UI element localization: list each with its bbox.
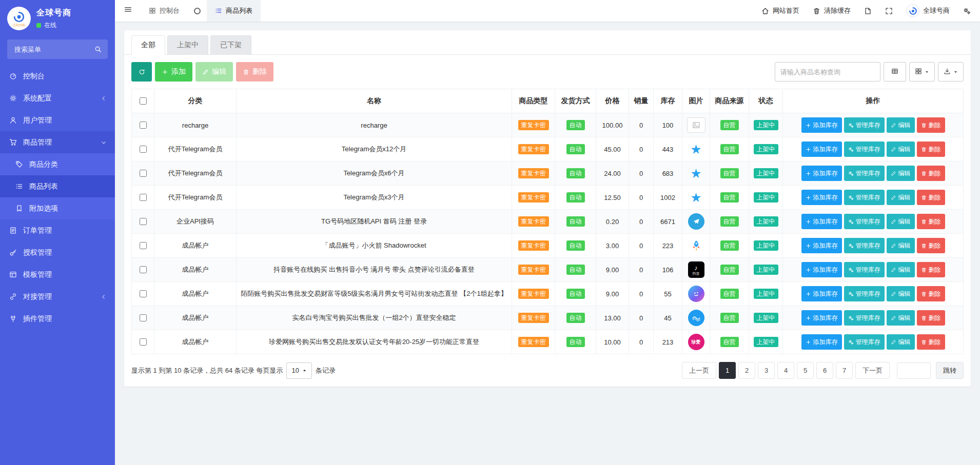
- page-button-3[interactable]: 3: [758, 362, 775, 379]
- sidebar-item-goods-list[interactable]: 商品列表: [0, 175, 115, 197]
- page-button-4[interactable]: 4: [777, 362, 794, 379]
- delete-row-button[interactable]: 删除: [917, 262, 945, 277]
- page-button-7[interactable]: 7: [836, 362, 853, 379]
- user-menu[interactable]: 全球号商: [899, 0, 956, 22]
- jump-button[interactable]: 跳转: [936, 362, 964, 379]
- manage-stock-button[interactable]: 管理库存: [844, 262, 885, 277]
- page-button-5[interactable]: 5: [797, 362, 814, 379]
- row-checkbox[interactable]: [140, 146, 147, 153]
- sidebar-item-auth-management[interactable]: 授权管理: [0, 241, 115, 264]
- delete-row-button[interactable]: 删除: [917, 166, 945, 181]
- tab-off-sale[interactable]: 已下架: [210, 35, 251, 54]
- view-toggle-button[interactable]: [909, 62, 935, 82]
- column-sales[interactable]: 销量: [629, 89, 654, 113]
- delete-row-button[interactable]: 删除: [917, 310, 945, 326]
- add-stock-button[interactable]: 添加库存: [801, 117, 842, 133]
- edit-row-button[interactable]: 编辑: [887, 166, 915, 181]
- menu-search[interactable]: [7, 39, 108, 59]
- row-checkbox[interactable]: [140, 122, 147, 129]
- edit-row-button[interactable]: 编辑: [887, 190, 915, 205]
- edit-row-button[interactable]: 编辑: [887, 117, 915, 133]
- row-checkbox[interactable]: [140, 194, 147, 201]
- delete-row-button[interactable]: 删除: [917, 141, 945, 157]
- column-name[interactable]: 名称: [237, 89, 512, 113]
- export-button[interactable]: [938, 62, 964, 82]
- column-image[interactable]: 图片: [682, 89, 710, 113]
- delete-row-button[interactable]: 删除: [917, 286, 945, 301]
- sidebar-item-dashboard[interactable]: 控制台: [0, 65, 115, 87]
- add-button[interactable]: 添加: [155, 62, 192, 82]
- page-size-select[interactable]: 10: [286, 362, 311, 379]
- manage-stock-button[interactable]: 管理库存: [844, 238, 885, 253]
- delete-row-button[interactable]: 删除: [917, 190, 945, 205]
- page-button-6[interactable]: 6: [816, 362, 833, 379]
- clear-cache-button[interactable]: 清除缓存: [806, 0, 857, 22]
- add-stock-button[interactable]: 添加库存: [801, 141, 842, 157]
- sidebar-item-plugin-management[interactable]: 插件管理: [0, 308, 115, 330]
- manage-stock-button[interactable]: 管理库存: [844, 310, 885, 326]
- site-home-link[interactable]: 网站首页: [755, 0, 806, 22]
- next-page-button[interactable]: 下一页: [855, 362, 890, 379]
- manage-stock-button[interactable]: 管理库存: [844, 286, 885, 301]
- manage-stock-button[interactable]: 管理库存: [844, 166, 885, 181]
- sidebar-item-template-management[interactable]: 模板管理: [0, 264, 115, 286]
- add-stock-button[interactable]: 添加库存: [801, 214, 842, 229]
- row-checkbox[interactable]: [140, 218, 147, 225]
- edit-row-button[interactable]: 编辑: [887, 334, 915, 350]
- add-stock-button[interactable]: 添加库存: [801, 334, 842, 350]
- manage-stock-button[interactable]: 管理库存: [844, 214, 885, 229]
- delete-row-button[interactable]: 删除: [917, 214, 945, 229]
- delete-row-button[interactable]: 删除: [917, 238, 945, 253]
- fullscreen-button[interactable]: [878, 0, 899, 22]
- page-button-2[interactable]: 2: [738, 362, 755, 379]
- add-stock-button[interactable]: 添加库存: [801, 310, 842, 326]
- edit-row-button[interactable]: 编辑: [887, 141, 915, 157]
- column-stock[interactable]: 库存: [654, 89, 682, 113]
- sidebar-item-order-management[interactable]: 订单管理: [0, 219, 115, 241]
- settings-button[interactable]: [956, 0, 980, 22]
- edit-row-button[interactable]: 编辑: [887, 214, 915, 229]
- sidebar-item-extra-options[interactable]: 附加选项: [0, 197, 115, 219]
- tab-dashboard[interactable]: 控制台: [141, 0, 188, 22]
- edit-row-button[interactable]: 编辑: [887, 262, 915, 277]
- column-price[interactable]: 价格: [596, 89, 629, 113]
- column-source[interactable]: 商品来源: [710, 89, 749, 113]
- manage-stock-button[interactable]: 管理库存: [844, 334, 885, 350]
- row-checkbox[interactable]: [140, 314, 147, 321]
- product-search-input[interactable]: [775, 62, 880, 82]
- select-all-checkbox[interactable]: [140, 97, 147, 105]
- refresh-button[interactable]: [131, 62, 152, 82]
- add-stock-button[interactable]: 添加库存: [801, 238, 842, 253]
- edit-button[interactable]: 编辑: [195, 62, 233, 82]
- sidebar-item-goods-management[interactable]: 商品管理: [0, 131, 115, 153]
- add-stock-button[interactable]: 添加库存: [801, 262, 842, 277]
- row-checkbox[interactable]: [140, 242, 147, 249]
- menu-search-input[interactable]: [13, 45, 94, 54]
- sidebar-toggle-button[interactable]: [115, 0, 141, 22]
- tab-product-list[interactable]: 商品列表: [207, 0, 261, 22]
- tab-all[interactable]: 全部: [131, 35, 165, 54]
- column-status[interactable]: 状态: [749, 89, 783, 113]
- column-operations[interactable]: 操作: [783, 89, 964, 113]
- sidebar-item-integration-management[interactable]: 对接管理: [0, 286, 115, 308]
- delete-button[interactable]: 删除: [236, 62, 273, 82]
- sidebar-item-user-management[interactable]: 用户管理: [0, 109, 115, 131]
- add-stock-button[interactable]: 添加库存: [801, 190, 842, 205]
- add-stock-button[interactable]: 添加库存: [801, 286, 842, 301]
- prev-page-button[interactable]: 上一页: [682, 362, 716, 379]
- delete-row-button[interactable]: 删除: [917, 334, 945, 350]
- row-checkbox[interactable]: [140, 290, 147, 297]
- manage-stock-button[interactable]: 管理库存: [844, 117, 885, 133]
- columns-button[interactable]: [884, 62, 906, 82]
- sidebar-item-system-config[interactable]: 系统配置: [0, 87, 115, 109]
- page-button-1[interactable]: 1: [719, 362, 736, 379]
- manage-stock-button[interactable]: 管理库存: [844, 141, 885, 157]
- row-checkbox[interactable]: [140, 266, 147, 273]
- tab-on-sale[interactable]: 上架中: [167, 35, 208, 54]
- delete-row-button[interactable]: 删除: [917, 117, 945, 133]
- edit-row-button[interactable]: 编辑: [887, 286, 915, 301]
- jump-page-input[interactable]: [897, 362, 931, 379]
- edit-row-button[interactable]: 编辑: [887, 238, 915, 253]
- sidebar-item-goods-category[interactable]: 商品分类: [0, 153, 115, 175]
- manage-stock-button[interactable]: 管理库存: [844, 190, 885, 205]
